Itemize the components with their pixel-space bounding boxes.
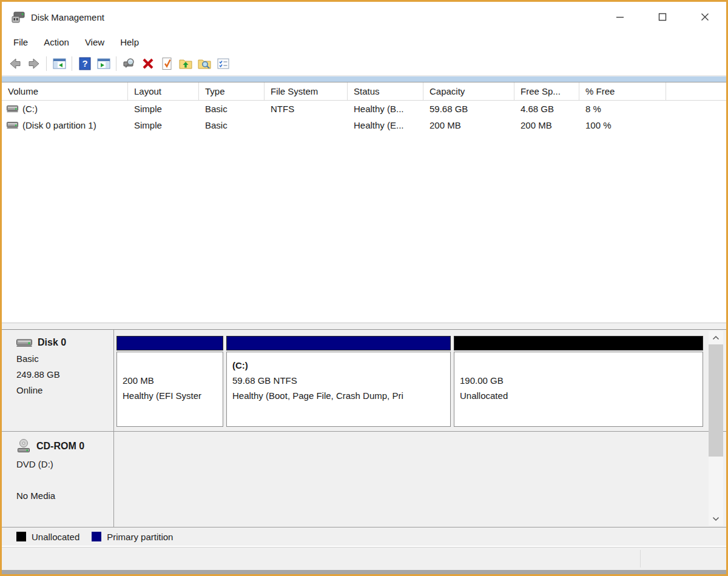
cdrom-0-row: CD-ROM 0 DVD (D:) No Media bbox=[2, 432, 726, 527]
column-header-free-space[interactable]: Free Sp... bbox=[514, 82, 579, 100]
legend-item-primary-partition: Primary partition bbox=[92, 532, 173, 542]
show-console-tree-button[interactable] bbox=[50, 55, 69, 73]
disk-status: Online bbox=[16, 383, 113, 398]
disk-0-label-panel[interactable]: Disk 0 Basic 249.88 GB Online bbox=[2, 330, 114, 431]
minimize-button[interactable] bbox=[599, 2, 641, 32]
column-header-file-system[interactable]: File System bbox=[265, 82, 348, 100]
disk-size: 249.88 GB bbox=[16, 367, 113, 383]
delete-button[interactable] bbox=[138, 55, 157, 73]
toolbar-separator bbox=[72, 56, 72, 71]
drive-icon bbox=[7, 105, 18, 113]
disk-0-graphic-area: 200 MB Healthy (EFI Syster (C:) 59.68 GB… bbox=[114, 330, 726, 431]
scroll-thumb[interactable] bbox=[709, 344, 723, 457]
forward-arrow-icon bbox=[27, 56, 41, 71]
partition-color-band bbox=[116, 336, 223, 350]
cdrom-kind: DVD (D:) bbox=[16, 457, 113, 472]
scroll-track[interactable] bbox=[709, 344, 723, 512]
partition-size: 59.68 GB NTFS bbox=[232, 373, 447, 388]
partition-body: 200 MB Healthy (EFI Syster bbox=[116, 352, 223, 427]
help-button[interactable]: ? bbox=[75, 55, 94, 73]
help-icon: ? bbox=[78, 56, 92, 71]
properties-button[interactable] bbox=[157, 55, 176, 73]
disk-name: Disk 0 bbox=[38, 337, 66, 348]
show-action-pane-icon bbox=[96, 56, 111, 71]
capacity-cell: 59.68 GB bbox=[423, 101, 514, 117]
scroll-up-button[interactable] bbox=[709, 331, 723, 344]
chevron-up-icon bbox=[712, 335, 720, 340]
column-header-layout[interactable]: Layout bbox=[128, 82, 199, 100]
primary-partition-swatch bbox=[92, 532, 101, 541]
column-header-percent-free[interactable]: % Free bbox=[579, 82, 666, 100]
volume-row-c[interactable]: (C:) Simple Basic NTFS Healthy (B... 59.… bbox=[2, 101, 726, 117]
partition-status: Unallocated bbox=[460, 388, 699, 403]
minimize-icon bbox=[616, 13, 624, 21]
status-cell: Healthy (B... bbox=[348, 101, 423, 117]
pane-splitter[interactable] bbox=[2, 323, 726, 330]
forward-button[interactable] bbox=[24, 55, 43, 73]
capacity-cell: 200 MB bbox=[423, 117, 514, 133]
unallocated-block[interactable]: 190.00 GB Unallocated bbox=[454, 336, 703, 427]
legend-bar: Unallocated Primary partition bbox=[2, 527, 726, 546]
menu-view[interactable]: View bbox=[77, 35, 112, 50]
volume-row-partition1[interactable]: (Disk 0 partition 1) Simple Basic Health… bbox=[2, 117, 726, 133]
toolbar-separator bbox=[46, 56, 47, 71]
partition-c-block[interactable]: (C:) 59.68 GB NTFS Healthy (Boot, Page F… bbox=[226, 336, 451, 427]
volume-name: (Disk 0 partition 1) bbox=[22, 117, 96, 133]
back-button[interactable] bbox=[5, 55, 24, 73]
caption-buttons bbox=[599, 2, 726, 32]
file-system-cell bbox=[265, 117, 348, 133]
disk-management-window: Disk Management File Action View Help bbox=[0, 0, 728, 576]
unallocated-swatch bbox=[16, 532, 26, 541]
percent-free-cell: 100 % bbox=[579, 117, 666, 133]
menu-help[interactable]: Help bbox=[112, 35, 147, 50]
disk-icon bbox=[16, 338, 32, 347]
menu-file[interactable]: File bbox=[5, 35, 36, 50]
status-bar-divider bbox=[640, 550, 641, 568]
partition-size: 200 MB bbox=[123, 373, 219, 388]
volume-list-header: Volume Layout Type File System Status Ca… bbox=[2, 82, 726, 101]
column-header-capacity[interactable]: Capacity bbox=[423, 82, 514, 100]
volume-cell: (Disk 0 partition 1) bbox=[2, 117, 128, 133]
graphical-view: Disk 0 Basic 249.88 GB Online 200 MB Hea… bbox=[2, 330, 726, 527]
layout-cell: Simple bbox=[128, 101, 199, 117]
legend-item-unallocated: Unallocated bbox=[16, 532, 79, 542]
partition-body: (C:) 59.68 GB NTFS Healthy (Boot, Page F… bbox=[226, 352, 451, 427]
show-action-pane-button[interactable] bbox=[94, 55, 113, 73]
menu-bar: File Action View Help bbox=[2, 32, 726, 52]
type-cell: Basic bbox=[199, 101, 265, 117]
open-button[interactable] bbox=[195, 55, 214, 73]
disk-0-title: Disk 0 bbox=[16, 337, 113, 348]
partition-label bbox=[460, 358, 699, 373]
cdrom-icon bbox=[16, 439, 31, 454]
partition-status: Healthy (EFI Syster bbox=[123, 388, 219, 403]
disk-0-row: Disk 0 Basic 249.88 GB Online 200 MB Hea… bbox=[2, 330, 726, 432]
toolbar-separator bbox=[116, 56, 116, 71]
title-bar: Disk Management bbox=[2, 2, 726, 32]
toolbar: ? bbox=[2, 52, 726, 76]
column-header-type[interactable]: Type bbox=[199, 82, 265, 100]
chevron-down-icon bbox=[712, 517, 720, 521]
rescan-disks-button[interactable] bbox=[120, 55, 138, 73]
disk-management-app-icon bbox=[11, 10, 25, 24]
partition-efi-block[interactable]: 200 MB Healthy (EFI Syster bbox=[116, 336, 223, 427]
layout-cell: Simple bbox=[128, 117, 199, 133]
partition-status: Healthy (Boot, Page File, Crash Dump, Pr… bbox=[232, 388, 447, 403]
column-header-status[interactable]: Status bbox=[348, 82, 423, 100]
show-console-tree-icon bbox=[52, 56, 67, 71]
column-header-filler bbox=[666, 82, 726, 100]
scroll-down-button[interactable] bbox=[709, 512, 723, 526]
close-button[interactable] bbox=[684, 2, 726, 32]
maximize-icon bbox=[658, 13, 667, 21]
disk-search-icon bbox=[122, 56, 136, 71]
menu-action[interactable]: Action bbox=[36, 35, 77, 50]
view-options-button[interactable] bbox=[214, 55, 232, 73]
cdrom-0-title: CD-ROM 0 bbox=[16, 439, 113, 454]
maximize-button[interactable] bbox=[641, 2, 684, 32]
column-header-volume[interactable]: Volume bbox=[2, 82, 128, 100]
graphical-view-scrollbar[interactable] bbox=[709, 331, 723, 526]
explore-button[interactable] bbox=[176, 55, 195, 73]
cdrom-0-label-panel[interactable]: CD-ROM 0 DVD (D:) No Media bbox=[2, 432, 114, 527]
status-cell: Healthy (E... bbox=[348, 117, 423, 133]
free-space-cell: 200 MB bbox=[514, 117, 579, 133]
svg-text:?: ? bbox=[82, 58, 87, 69]
